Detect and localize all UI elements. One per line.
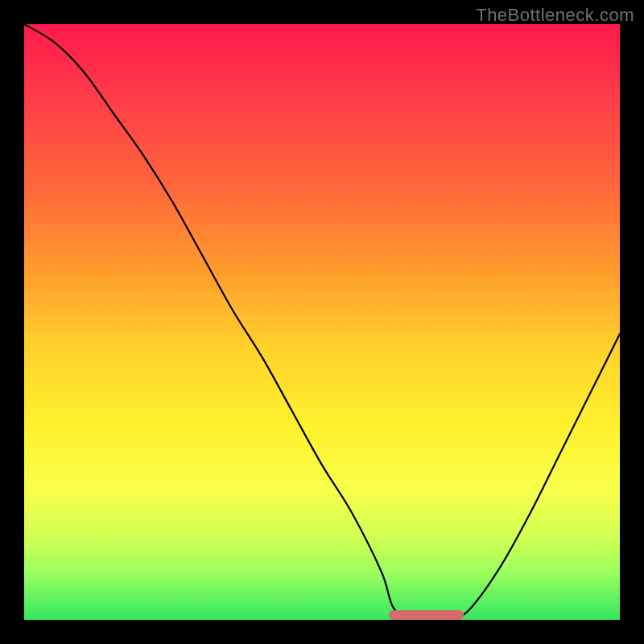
bottleneck-curve	[24, 24, 620, 620]
watermark-text: TheBottleneck.com	[476, 5, 634, 26]
plot-area	[24, 24, 620, 620]
curve-layer	[24, 24, 620, 620]
chart-frame: TheBottleneck.com	[0, 0, 644, 644]
